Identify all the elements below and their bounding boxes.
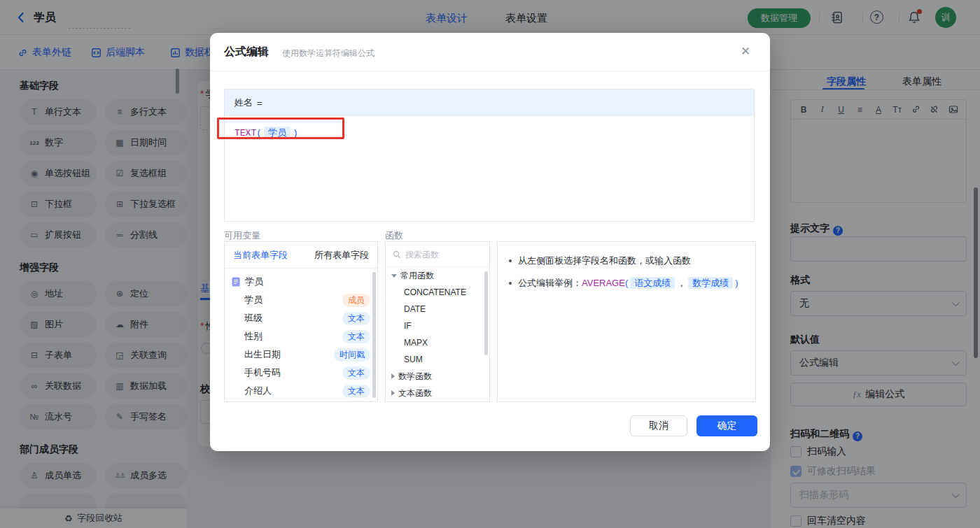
functions-scrollbar[interactable] (484, 271, 488, 355)
bullet-icon (509, 259, 512, 262)
function-item[interactable]: MAPX (386, 334, 489, 351)
help-example-prefix: 公式编辑举例： (518, 278, 582, 288)
variables-panel: 当前表单字段 所有表单字段 学员 学员成员 班级文本 性别文本 出生日期时间戳 … (224, 241, 378, 402)
variable-name: 出生日期 (244, 348, 281, 361)
type-tag-timestamp: 时间戳 (334, 348, 370, 362)
help-text: 从左侧面板选择字段名和函数，或输入函数 (518, 255, 691, 267)
modal-subtitle: 使用数学运算符编辑公式 (282, 48, 374, 59)
variable-row[interactable]: 出生日期时间戳 (225, 345, 377, 364)
function-group-text[interactable]: 文本函数 (386, 385, 489, 401)
example-close-paren: ) (735, 278, 738, 288)
variable-name: 性别 (244, 330, 262, 343)
variable-row[interactable]: 性别文本 (225, 327, 377, 345)
tab-current-form-fields[interactable]: 当前表单字段 (233, 249, 288, 262)
example-comma: ， (677, 278, 686, 288)
function-group-math[interactable]: 数学函数 (386, 368, 489, 385)
variable-row[interactable]: 班级文本 (225, 309, 377, 327)
example-function: AVERAGE (582, 278, 625, 288)
bullet-icon (509, 282, 512, 285)
type-tag-text: 文本 (342, 312, 370, 325)
example-field-chip: 语文成绩 (630, 277, 675, 289)
example-field-chip: 数学成绩 (688, 277, 733, 289)
function-search[interactable] (386, 242, 489, 267)
root-label: 学员 (245, 276, 263, 288)
variable-row[interactable]: 介绍人文本 (225, 382, 377, 400)
modal-title: 公式编辑 (224, 45, 269, 59)
function-item[interactable]: SUM (386, 351, 489, 368)
help-line-2: 公式编辑举例：AVERAGE(语文成绩，数学成绩) (509, 277, 744, 290)
group-label: 常用函数 (400, 270, 434, 282)
caret-right-icon (391, 373, 395, 379)
type-tag-text: 文本 (342, 366, 370, 380)
variable-row[interactable]: 手机号码文本 (225, 364, 377, 382)
search-icon (393, 250, 401, 259)
tab-all-form-fields[interactable]: 所有表单字段 (314, 249, 369, 262)
form-doc-icon (232, 277, 240, 287)
cancel-button[interactable]: 取消 (630, 415, 687, 436)
formula-input-area: 姓名 = TEXT(学员) (224, 89, 755, 222)
group-label: 数学函数 (398, 371, 432, 383)
formula-editor-modal: 公式编辑 使用数学运算符编辑公式 ✕ 姓名 = TEXT(学员) 可用变量 函数… (210, 33, 770, 451)
close-icon[interactable]: ✕ (741, 44, 750, 59)
function-item[interactable]: DATE (386, 301, 489, 317)
formula-open-paren: ( (256, 128, 262, 138)
formula-target-bar: 姓名 = (225, 90, 754, 116)
formula-expression[interactable]: TEXT(学员) (225, 116, 754, 150)
type-tag-text: 文本 (342, 385, 370, 398)
formula-equals: = (257, 98, 262, 108)
help-example: 公式编辑举例：AVERAGE(语文成绩，数学成绩) (518, 277, 738, 290)
function-search-input[interactable] (405, 250, 475, 259)
formula-function-token: TEXT (234, 128, 256, 138)
confirm-button[interactable]: 确定 (696, 415, 757, 436)
type-tag-member: 成员 (342, 294, 370, 307)
variables-label: 可用变量 (224, 229, 260, 242)
variable-row[interactable]: 学员成员 (225, 291, 377, 309)
variables-root-node[interactable]: 学员 (225, 273, 377, 291)
formula-close-paren: ) (293, 128, 298, 138)
app-screen: 学员 表单设计 表单设置 数据管理 ? 训 表单外链 后端脚本 数据权 预览 (0, 0, 980, 528)
caret-down-icon (391, 274, 397, 278)
caret-right-icon (391, 390, 395, 396)
formula-help-panel: 从左侧面板选择字段名和函数，或输入函数 公式编辑举例：AVERAGE(语文成绩，… (497, 241, 756, 402)
variable-name: 学员 (244, 294, 262, 306)
variable-name: 介绍人 (244, 385, 272, 397)
type-tag-text: 文本 (342, 330, 370, 343)
help-line-1: 从左侧面板选择字段名和函数，或输入函数 (509, 255, 744, 267)
formula-target-field: 姓名 (234, 97, 253, 109)
formula-field-chip[interactable]: 学员 (264, 127, 290, 138)
functions-label: 函数 (385, 229, 403, 242)
variable-name: 班级 (244, 312, 262, 324)
variables-scrollbar[interactable] (372, 272, 376, 398)
function-item[interactable]: CONCATENATE (386, 284, 489, 301)
group-label: 文本函数 (398, 387, 432, 399)
modal-header-divider (210, 71, 770, 71)
functions-panel: 常用函数 CONCATENATE DATE IF MAPX SUM 数学函数 文… (385, 241, 490, 402)
example-open-paren: ( (625, 278, 628, 288)
variable-name: 手机号码 (244, 366, 281, 379)
variables-tabs: 当前表单字段 所有表单字段 (225, 242, 377, 269)
function-group-common[interactable]: 常用函数 (386, 267, 489, 284)
function-item[interactable]: IF (386, 317, 489, 334)
